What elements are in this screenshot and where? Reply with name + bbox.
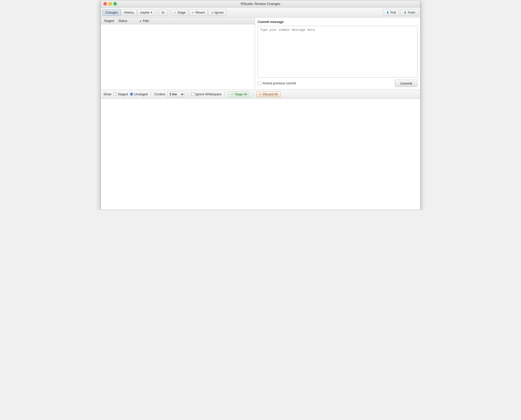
refresh-icon: ↻ xyxy=(161,10,165,15)
file-panel: Staged Status ▲ Path xyxy=(101,18,255,90)
diff-toolbar: Show Staged Unstaged Context 3 line 5 li… xyxy=(101,90,420,99)
ignore-whitespace-checkbox[interactable] xyxy=(191,92,194,96)
main-area: Staged Status ▲ Path Commit message Amen… xyxy=(101,18,420,90)
stage-all-label: Stage All xyxy=(235,92,247,96)
minimize-button[interactable] xyxy=(108,2,112,5)
discard-all-label: Discard All xyxy=(263,92,278,96)
stage-all-check-icon: ✓ xyxy=(231,92,234,96)
toolbar: Changes History master ▾ ↻ ✓ Stage ↩ Rev… xyxy=(101,8,420,18)
branch-dropdown-icon: ▾ xyxy=(151,11,152,14)
bottom-area: Show Staged Unstaged Context 3 line 5 li… xyxy=(101,90,420,210)
revert-label: Revert xyxy=(195,11,205,14)
commit-panel: Commit message Amend previous commit Com… xyxy=(255,18,420,90)
commit-message-input[interactable] xyxy=(258,26,418,78)
amend-checkbox[interactable] xyxy=(258,82,261,85)
stage-all-button[interactable]: ✓ Stage All xyxy=(228,91,250,97)
revert-button[interactable]: ↩ Revert xyxy=(189,9,207,16)
branch-label: master xyxy=(140,11,150,14)
main-window: RStudio: Review Changes Changes History … xyxy=(101,0,420,210)
stage-check-icon: ✓ xyxy=(174,11,176,14)
col-header-staged: Staged xyxy=(102,19,117,23)
diff-separator-1 xyxy=(151,92,151,97)
discard-all-icon: ↩ xyxy=(259,92,262,96)
commit-message-label: Commit message xyxy=(258,20,418,24)
push-icon: ⬆ xyxy=(404,10,407,15)
amend-text: Amend previous commit xyxy=(262,81,296,85)
ignore-label: Ignore xyxy=(215,11,224,14)
diff-separator-3 xyxy=(225,92,225,97)
pull-button[interactable]: ⬇ Pull xyxy=(383,9,399,16)
refresh-button[interactable]: ↻ xyxy=(159,9,167,16)
ignore-whitespace-text: Ignore Whitespace xyxy=(195,92,222,96)
file-list xyxy=(101,24,255,90)
ignore-whitespace-label[interactable]: Ignore Whitespace xyxy=(191,92,222,96)
col-header-status: Status xyxy=(117,19,138,23)
ignore-button[interactable]: ⊘ Ignore xyxy=(208,9,227,16)
changes-tab[interactable]: Changes xyxy=(102,9,121,16)
context-select[interactable]: 3 line 5 line 10 line xyxy=(167,91,184,97)
titlebar: RStudio: Review Changes xyxy=(101,0,420,8)
ignore-icon: ⊘ xyxy=(211,11,214,14)
titlebar-buttons xyxy=(103,2,117,5)
toolbar-separator-1 xyxy=(157,10,157,15)
path-col-label: Path xyxy=(143,19,149,23)
col-header-path: ▲ Path xyxy=(138,19,253,23)
push-button[interactable]: ⬆ Push xyxy=(400,9,419,16)
history-label: History xyxy=(124,11,134,14)
discard-all-button[interactable]: ↩ Discard All xyxy=(256,91,281,97)
revert-icon: ↩ xyxy=(192,11,194,14)
file-list-header: Staged Status ▲ Path xyxy=(101,18,255,24)
context-label: Context xyxy=(154,92,165,96)
diff-separator-4 xyxy=(253,92,253,97)
staged-radio-label[interactable]: Staged xyxy=(113,92,128,96)
pull-label: Pull xyxy=(391,11,396,14)
commit-bottom: Amend previous commit Commit xyxy=(258,80,418,87)
diff-separator-2 xyxy=(188,92,188,97)
show-label: Show xyxy=(103,92,111,96)
commit-button[interactable]: Commit xyxy=(395,80,418,87)
sort-arrow-icon: ▲ xyxy=(139,19,142,22)
push-label: Push xyxy=(408,11,415,14)
staged-radio[interactable] xyxy=(113,92,117,96)
pull-icon: ⬇ xyxy=(386,10,389,15)
branch-dropdown[interactable]: master ▾ xyxy=(137,9,155,16)
toolbar-separator-2 xyxy=(169,10,169,15)
history-tab[interactable]: History xyxy=(121,9,137,16)
stage-button[interactable]: ✓ Stage xyxy=(171,9,188,16)
unstaged-radio-label[interactable]: Unstaged xyxy=(130,92,148,96)
staged-radio-text: Staged xyxy=(118,92,128,96)
unstaged-radio-text: Unstaged xyxy=(134,92,148,96)
maximize-button[interactable] xyxy=(113,2,117,5)
amend-label[interactable]: Amend previous commit xyxy=(258,81,296,85)
changes-label: Changes xyxy=(105,11,118,14)
close-button[interactable] xyxy=(103,2,107,5)
toolbar-right: ⬇ Pull ⬆ Push xyxy=(383,9,419,16)
stage-label: Stage xyxy=(177,11,186,14)
window-title: RStudio: Review Changes xyxy=(241,2,280,6)
unstaged-radio[interactable] xyxy=(130,92,133,96)
diff-content xyxy=(101,99,420,210)
